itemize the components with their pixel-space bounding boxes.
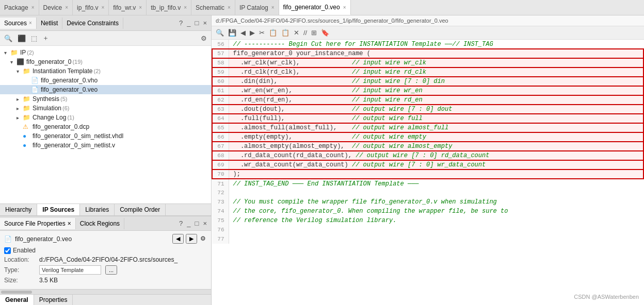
tree-change-log[interactable]: ▸ 📁 Change Log (1) xyxy=(0,113,211,122)
tab-fifo-veo[interactable]: fifo_generator_0.veo × xyxy=(279,0,351,15)
editor-undo-icon[interactable]: ◀ xyxy=(239,28,247,38)
editor-copy-icon[interactable]: 📋 xyxy=(268,28,278,38)
table-row: 71// INST_TAG_END ——— End INSTANTIATION … xyxy=(212,179,643,188)
settings-icon[interactable]: ⚙ xyxy=(200,33,208,43)
sfp-type-browse-btn[interactable]: ... xyxy=(105,265,117,275)
left-tab-sources[interactable]: Sources × xyxy=(0,18,37,29)
expand-icon[interactable]: ⬚ xyxy=(30,33,38,43)
sfp-enabled-label: Enabled xyxy=(13,247,36,254)
editor-paste-icon[interactable]: 📋 xyxy=(280,28,291,38)
tree-inst-template[interactable]: ▾ 📁 Instantiation Template (2) xyxy=(0,66,211,76)
tree-fifo-dcp[interactable]: ⚠ fifo_generator_0.dcp xyxy=(0,122,211,131)
editor-delete-icon[interactable]: ✕ xyxy=(293,28,300,38)
tab-package-close[interactable]: × xyxy=(31,5,35,10)
sfp-next-btn[interactable]: ▶ xyxy=(186,234,197,244)
tab-fifo-veo-close[interactable]: × xyxy=(343,5,346,10)
tab-device-close[interactable]: × xyxy=(65,5,68,10)
sfp-enabled-checkbox[interactable] xyxy=(4,247,11,254)
btab-hierarchy[interactable]: Hierarchy xyxy=(0,204,37,215)
editor-search-icon[interactable]: 🔍 xyxy=(215,28,225,38)
editor-redo-icon[interactable]: ▶ xyxy=(249,28,256,38)
editor-area[interactable]: 56// ----------- Begin Cut here for INST… xyxy=(212,40,644,305)
question-icon[interactable]: ? xyxy=(178,18,184,28)
tree-area[interactable]: ▾ 📁 IP (2) ▾ ⬛ fifo_generator_0 (19) ▾ 📁… xyxy=(0,46,211,204)
sfp-scrollbar-thumb[interactable] xyxy=(1,291,32,294)
left-tab-sources-label: Sources xyxy=(4,20,27,27)
left-tab-device-constraints[interactable]: Device Constraints xyxy=(62,18,123,29)
tree-fifo-sim-vhdl[interactable]: ● fifo_generator_0_sim_netlist.vhdl xyxy=(0,131,211,141)
collapse-all-icon[interactable]: ⬛ xyxy=(17,33,27,43)
btab-libraries[interactable]: Libraries xyxy=(80,204,115,215)
tree-fifo-gen-0[interactable]: ▾ ⬛ fifo_generator_0 (19) xyxy=(0,57,211,66)
editor-cut-icon[interactable]: ✂ xyxy=(258,28,266,38)
search-icon[interactable]: 🔍 xyxy=(3,33,13,43)
tab-ip-catalog-close[interactable]: × xyxy=(271,5,275,10)
tab-schematic[interactable]: Schematic × xyxy=(191,0,235,15)
table-row: 62 .rd_en(rd_en), // input wire rd_en xyxy=(212,95,643,105)
tree-synthesis[interactable]: ▸ 📁 Synthesis (5) xyxy=(0,94,211,104)
sfp-tab-clock-regions[interactable]: Clock Regions xyxy=(76,218,124,229)
tab-device[interactable]: Device × xyxy=(39,0,73,15)
tab-schematic-close[interactable]: × xyxy=(228,5,231,10)
simulation-folder-icon: 📁 xyxy=(23,105,31,112)
minimize-icon[interactable]: _ xyxy=(186,18,191,28)
tab-tb-ip-fifo-v-close[interactable]: × xyxy=(184,5,187,10)
table-row: 77 xyxy=(212,234,643,244)
line-code: fifo_generator_0 your_instance_name ( xyxy=(229,49,643,58)
ip-root-label: IP xyxy=(20,49,26,56)
tab-fifo-wr-v[interactable]: fifo_wr.v × xyxy=(109,0,147,15)
table-row: 60 .din(din), // input wire [7 : 0] din xyxy=(212,77,643,86)
tab-ip-catalog-label: IP Catalog xyxy=(239,4,268,11)
tree-fifo-sim-v[interactable]: ● fifo_generator_0_sim_netlist.v xyxy=(0,141,211,150)
tab-ip-fifo-v[interactable]: ip_fifo.v × xyxy=(73,0,109,15)
close-panel-icon[interactable]: × xyxy=(202,18,208,28)
tree-fifo-veo[interactable]: 📄 fifo_generator_0.veo xyxy=(0,85,211,94)
tab-ip-fifo-v-label: ip_fifo.v xyxy=(77,4,98,11)
sfp-prev-btn[interactable]: ◀ xyxy=(172,234,184,244)
editor-comment-icon[interactable]: // xyxy=(302,28,308,38)
tree-simulation[interactable]: ▸ 📁 Simulation (6) xyxy=(0,104,211,113)
tree-ip-root[interactable]: ▾ 📁 IP (2) xyxy=(0,48,211,57)
sfp-maximize-icon[interactable]: □ xyxy=(194,218,200,228)
table-row: 56// ----------- Begin Cut here for INST… xyxy=(212,40,643,49)
sfp-tab-properties[interactable]: Source File Properties × xyxy=(0,218,76,229)
bottom-tab-row: Hierarchy IP Sources Libraries Compile O… xyxy=(0,204,211,216)
sfp-bottom-tab-general[interactable]: General xyxy=(0,295,34,305)
sfp-minimize-icon[interactable]: _ xyxy=(186,218,191,228)
sfp-type-input[interactable] xyxy=(39,265,101,275)
tab-package[interactable]: Package × xyxy=(0,0,39,15)
sfp-close-icon[interactable]: × xyxy=(68,220,71,227)
editor-save-icon[interactable]: 💾 xyxy=(227,28,237,38)
tab-ip-catalog[interactable]: IP Catalog × xyxy=(235,0,279,15)
tab-tb-ip-fifo-v[interactable]: tb_ip_fifo.v × xyxy=(147,0,191,15)
line-number: 72 xyxy=(212,188,229,197)
tree-fifo-vho[interactable]: 📄 fifo_generator_0.vho xyxy=(0,76,211,85)
change-log-arrow: ▸ xyxy=(17,115,23,121)
btab-ip-sources[interactable]: IP Sources xyxy=(37,204,80,215)
sfp-scrollbar[interactable] xyxy=(0,289,211,294)
sim-vhdl-icon: ● xyxy=(23,132,31,140)
line-number: 60 xyxy=(212,77,229,86)
tab-fifo-wr-v-close[interactable]: × xyxy=(139,5,142,10)
left-tab-netlist[interactable]: Netlist xyxy=(37,18,62,29)
table-row: 57fifo_generator_0 your_instance_name ( xyxy=(212,49,643,58)
line-code: .wr_clk(wr_clk), // input wire wr_clk xyxy=(229,58,643,67)
editor-bookmark-icon[interactable]: 🔖 xyxy=(320,28,330,38)
tab-ip-fifo-v-close[interactable]: × xyxy=(101,5,104,10)
left-tab-device-constraints-label: Device Constraints xyxy=(67,20,119,27)
line-number: 74 xyxy=(212,207,229,216)
sfp-panel-close-icon[interactable]: × xyxy=(202,218,208,228)
line-number: 62 xyxy=(212,95,229,105)
editor-grid-icon[interactable]: ⊞ xyxy=(310,28,318,38)
line-number: 65 xyxy=(212,123,229,132)
sfp-bottom-tab-properties[interactable]: Properties xyxy=(34,295,73,305)
add-icon[interactable]: ＋ xyxy=(41,32,50,44)
sfp-question-icon[interactable]: ? xyxy=(178,218,184,228)
module-icon: ⬛ xyxy=(17,58,25,65)
line-number: 56 xyxy=(212,40,229,49)
sfp-settings-icon[interactable]: ⚙ xyxy=(199,234,207,244)
btab-compile-order[interactable]: Compile Order xyxy=(115,204,166,215)
left-tab-sources-close[interactable]: × xyxy=(29,20,32,26)
maximize-icon[interactable]: □ xyxy=(194,18,200,28)
veo-file-icon: 📄 xyxy=(31,86,39,93)
